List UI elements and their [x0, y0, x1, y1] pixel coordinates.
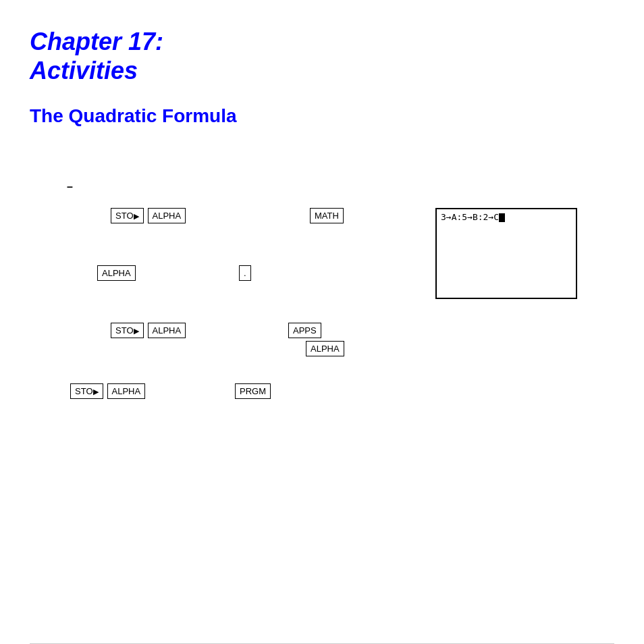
- row-3-keys: STO▶ ALPHA: [111, 323, 186, 338]
- row-4-keys: STO▶ ALPHA: [70, 383, 145, 399]
- section-title: The Quadratic Formula: [30, 105, 614, 127]
- dash-symbol: –: [67, 181, 73, 193]
- screen-text: 3→A:5→B:2→C: [441, 212, 572, 222]
- alpha-key-r4[interactable]: ALPHA: [107, 383, 146, 399]
- row-2-dot: .: [239, 265, 251, 281]
- calculator-screen: 3→A:5→B:2→C: [435, 208, 577, 299]
- cursor: [499, 213, 505, 222]
- apps-key[interactable]: APPS: [288, 323, 321, 338]
- row-1-keys: STO▶ ALPHA: [111, 208, 186, 223]
- alpha-key-r3b[interactable]: ALPHA: [306, 341, 344, 356]
- alpha-key-r3[interactable]: ALPHA: [148, 323, 186, 338]
- alpha-key-r1[interactable]: ALPHA: [148, 208, 186, 223]
- row-2-keys: ALPHA: [97, 265, 136, 281]
- chapter-title: Chapter 17: Activities: [30, 27, 614, 85]
- sto-key-r3[interactable]: STO▶: [111, 323, 144, 338]
- dot-key[interactable]: .: [239, 265, 251, 281]
- row-3-apps-group: APPS ALPHA: [288, 323, 344, 356]
- row-1-math: MATH: [310, 208, 344, 223]
- alpha-key-r2[interactable]: ALPHA: [97, 265, 136, 281]
- content-area: – STO▶ ALPHA MATH 3→A:5→B:2→C ALPHA . ST…: [30, 154, 614, 491]
- sto-key-r4[interactable]: STO▶: [70, 383, 103, 399]
- math-key[interactable]: MATH: [310, 208, 344, 223]
- sto-key-r1[interactable]: STO▶: [111, 208, 144, 223]
- prgm-key[interactable]: PRGM: [235, 383, 271, 399]
- row-4-prgm: PRGM: [235, 383, 271, 399]
